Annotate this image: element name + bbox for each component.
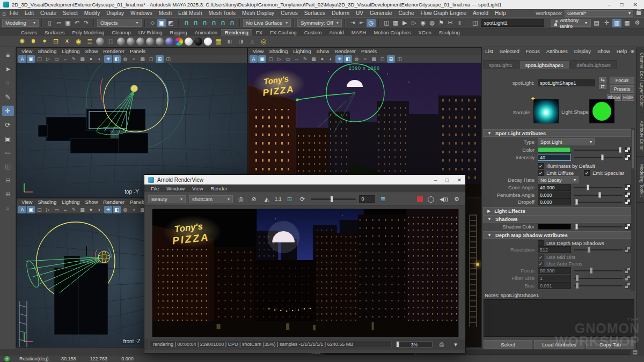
section-light-effects[interactable]: ▶Light Effects <box>483 207 633 215</box>
renderview-menu-item[interactable]: Window <box>163 186 188 191</box>
light-sample-swatch[interactable]: ✦ <box>533 99 559 123</box>
snap-grid-icon[interactable]: ∪ <box>182 19 191 27</box>
shelf-tab[interactable]: Custom <box>301 29 326 36</box>
dropoff-field[interactable] <box>538 198 571 205</box>
penumbra-angle-field[interactable] <box>538 191 571 198</box>
snap-projected-center-icon[interactable]: ∪ <box>209 19 218 27</box>
select-object-icon[interactable]: ▣ <box>157 19 166 27</box>
menubar-item[interactable]: Deform <box>328 10 353 16</box>
penumbra-angle-slider[interactable] <box>574 191 623 198</box>
scale-tool-icon[interactable]: ▣ <box>2 134 14 144</box>
layered-shader-icon[interactable] <box>156 38 164 46</box>
fit-view-icon[interactable]: ⊡ <box>285 195 295 204</box>
smooth-shade-icon[interactable]: ● <box>87 55 95 63</box>
menubar-item[interactable]: Mesh <box>156 10 175 16</box>
paint-select-tool-icon[interactable]: ✎ <box>2 92 14 102</box>
script-editor-icon[interactable]: ▤ <box>633 349 638 355</box>
shadows-icon[interactable]: ◧ <box>344 55 352 63</box>
viewport-menu-item[interactable]: View <box>19 48 35 54</box>
spot-light-icon[interactable]: ✶ <box>40 36 49 46</box>
layout-two-pane-icon[interactable]: ◫ <box>2 161 14 172</box>
audio-notification-icon[interactable]: ◀)) <box>439 195 449 204</box>
ae-menu-item[interactable]: Display <box>571 48 594 54</box>
redo-icon[interactable]: ↷ <box>82 19 91 27</box>
image-plane-icon[interactable]: ▭ <box>284 55 292 63</box>
bookmarks-icon[interactable]: ▷ <box>275 55 283 63</box>
copy-tab-button[interactable]: Copy Tab <box>586 340 634 349</box>
rv-close-button[interactable]: ✕ <box>457 177 462 183</box>
menubar-item[interactable]: Mesh Tools <box>206 10 239 16</box>
textured-icon[interactable]: ◐ <box>327 55 335 63</box>
emit-specular-checkbox[interactable] <box>584 170 590 176</box>
section-spot-light-attributes[interactable]: ▼Spot Light Attributes <box>483 129 633 137</box>
ae-menu-item[interactable]: Attributes <box>543 48 571 54</box>
focus-button[interactable]: Focus <box>610 77 634 84</box>
wireframe-icon[interactable]: ▦ <box>310 55 318 63</box>
exposure-slider-handle[interactable] <box>331 196 333 202</box>
render-frame-icon[interactable]: ▦ <box>391 19 400 27</box>
intensity-slider[interactable] <box>574 154 623 161</box>
menubar-item[interactable]: Modify <box>81 10 103 16</box>
user-account-dropdown[interactable]: Anthony Ianiro <box>551 19 591 27</box>
resolution-gate-icon[interactable]: ⊞ <box>387 55 395 63</box>
screen-ao-icon[interactable]: ◍ <box>121 55 129 63</box>
surface-shader-icon[interactable] <box>185 38 193 46</box>
progressive-refine-icon[interactable]: ◯ <box>426 195 436 204</box>
shelf-tab[interactable]: MASH <box>348 29 370 36</box>
rv-minimize-button[interactable]: – <box>434 177 437 183</box>
channel-box-toggle-icon[interactable]: ▦ <box>623 19 632 27</box>
notes-textarea[interactable] <box>484 299 634 337</box>
snap-view-plane-icon[interactable]: ∪ <box>218 19 228 27</box>
cone-angle-field[interactable] <box>538 184 571 191</box>
directional-light-icon[interactable]: ✹ <box>28 36 38 46</box>
viewport-menu-item[interactable]: Renderer <box>332 48 358 54</box>
black-hole-shader-icon[interactable] <box>194 38 202 46</box>
renderview-settings-icon[interactable]: ⚙ <box>452 195 462 204</box>
refresh-render-icon[interactable]: ⟳ <box>298 195 308 204</box>
cut-projection-icon[interactable]: ✂ <box>446 19 455 27</box>
menuset-dropdown[interactable]: Modeling <box>2 19 39 27</box>
tool-settings-toggle-icon[interactable]: ✛ <box>602 19 611 27</box>
camera-lock-icon[interactable]: ▣ <box>27 55 35 63</box>
viewport-menu-item[interactable]: Shading <box>35 48 59 54</box>
ramp-shader-icon[interactable] <box>175 38 183 46</box>
viewport-menu-item[interactable]: Lighting <box>59 199 82 205</box>
pan-zoom-icon[interactable]: ↔ <box>61 206 69 213</box>
bias-slider[interactable] <box>574 282 623 289</box>
filter-size-map-button[interactable] <box>625 275 631 281</box>
zoom-ratio-label[interactable]: 1:1 <box>275 196 282 202</box>
motion-blur-icon[interactable]: ≈ <box>130 206 138 213</box>
ambient-light-icon[interactable]: ☀ <box>62 36 72 46</box>
render-image[interactable]: Tony's PIZZA <box>152 209 459 337</box>
light-editor-icon[interactable]: ≣ <box>85 36 94 46</box>
anisotropic-shader-icon[interactable] <box>165 38 173 46</box>
shelf-tab[interactable]: Animation <box>191 29 221 36</box>
area-light-icon[interactable]: ⊡ <box>51 36 61 46</box>
use-auto-focus-checkbox[interactable] <box>538 261 544 267</box>
hypershade-shelf-icon[interactable]: ▦ <box>214 36 223 46</box>
shelf-tab[interactable]: UV Editing <box>135 29 166 36</box>
live-surface-dropdown[interactable]: No Live Surface <box>243 19 291 27</box>
smooth-shade-icon[interactable]: ● <box>87 206 95 213</box>
camera-attrs-icon[interactable]: ▢ <box>267 55 275 63</box>
isolate-selected-icon[interactable]: ⊘ <box>249 195 259 204</box>
smooth-shade-icon[interactable]: ● <box>318 55 326 63</box>
viewport-menu-item[interactable]: Shading <box>266 48 290 54</box>
cone-angle-slider[interactable] <box>574 184 623 191</box>
workspace-dropdown[interactable]: General*▾ <box>565 10 633 17</box>
home-icon[interactable]: ⌂ <box>2 10 6 17</box>
penumbra-map-button[interactable] <box>625 192 631 198</box>
bookmarks-icon[interactable]: ▷ <box>44 55 52 63</box>
select-button[interactable]: Select <box>484 340 532 349</box>
ibl-bracket-icon[interactable]: [ ] <box>106 36 115 46</box>
move-tool-icon[interactable]: ✛ <box>2 106 14 116</box>
camera-lock-icon[interactable]: ▣ <box>27 206 35 213</box>
select-component-icon[interactable]: ◩ <box>166 19 175 27</box>
filter-size-slider[interactable] <box>574 275 623 282</box>
use-all-lights-icon[interactable]: ☀ <box>335 55 343 63</box>
lock-workspace-icon[interactable] <box>636 11 641 15</box>
intensity-map-button[interactable] <box>625 154 631 160</box>
filter-size-field[interactable] <box>538 275 571 282</box>
renderview-menu-item[interactable]: Render <box>207 186 231 191</box>
multisample-icon[interactable]: ▩ <box>138 55 147 63</box>
